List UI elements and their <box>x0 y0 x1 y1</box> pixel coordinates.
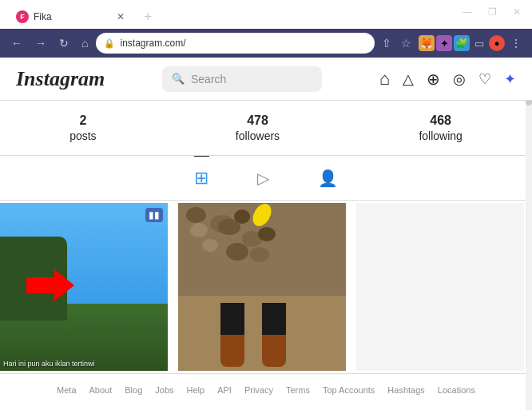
post-item-2[interactable] <box>178 203 346 371</box>
instagram-page: Instagram 🔍 ⌂ △ ⊕ ◎ ♡ ✦ 2 posts 478 foll… <box>0 58 532 410</box>
tab-tagged[interactable]: 👤 <box>318 156 339 200</box>
browser-tab[interactable]: F Fika ✕ <box>6 5 134 29</box>
reload-button[interactable]: ↻ <box>54 34 73 53</box>
share-button[interactable]: ⇧ <box>378 34 395 52</box>
ig-footer: Meta About Blog Jobs Help API Privacy Te… <box>0 373 532 406</box>
following-label: following <box>419 129 462 142</box>
search-input[interactable] <box>191 73 312 86</box>
ext-icon-1[interactable]: 🦊 <box>419 35 435 51</box>
close-window-button[interactable]: ✕ <box>508 5 526 19</box>
followers-label: followers <box>236 129 280 142</box>
footer-top-accounts[interactable]: Top Accounts <box>323 385 375 395</box>
following-stat[interactable]: 468 following <box>419 113 462 142</box>
posts-stat: 2 posts <box>69 113 96 142</box>
home-button[interactable]: ⌂ <box>77 34 93 53</box>
footer-api[interactable]: API <box>217 385 232 395</box>
red-arrow <box>26 269 74 301</box>
followers-stat[interactable]: 478 followers <box>236 113 280 142</box>
heart-nav-icon[interactable]: ♡ <box>478 70 491 88</box>
compass-nav-icon[interactable]: ◎ <box>453 70 466 88</box>
reels-icon: ▷ <box>257 169 270 188</box>
nav-action-buttons: ⇧ ☆ <box>378 34 415 52</box>
ig-nav-icons: ⌂ △ ⊕ ◎ ♡ ✦ <box>379 69 516 90</box>
create-nav-icon[interactable]: ⊕ <box>427 70 440 89</box>
posts-count: 2 <box>79 113 86 128</box>
title-bar: F Fika ✕ + — ❐ ✕ <box>0 0 532 29</box>
posts-grid: ▮▮ Hari ini pun aku iklan tertinwi <box>0 201 532 373</box>
new-tab-button[interactable]: + <box>137 9 159 26</box>
post-item-3 <box>356 203 524 371</box>
followers-count: 478 <box>247 113 268 128</box>
url-display: instagram.com/ <box>120 38 185 49</box>
search-bar[interactable]: 🔍 <box>162 66 322 92</box>
grid-icon: ⊞ <box>194 168 209 189</box>
window-controls: — ❐ ✕ <box>458 5 526 19</box>
explore-nav-icon[interactable]: △ <box>403 70 414 88</box>
ext-icon-2[interactable]: ✦ <box>436 35 452 51</box>
post-tabs: ⊞ ▷ 👤 <box>0 156 532 201</box>
lock-icon: 🔒 <box>104 38 115 49</box>
bookmark-button[interactable]: ☆ <box>397 34 415 52</box>
footer-privacy[interactable]: Privacy <box>244 385 273 395</box>
forward-button[interactable]: → <box>30 34 51 53</box>
footer-terms[interactable]: Terms <box>286 385 310 395</box>
posts-label: posts <box>69 129 96 142</box>
ext-icon-4[interactable]: ▭ <box>471 35 487 51</box>
footer-meta[interactable]: Meta <box>57 385 76 395</box>
scrollbar-track[interactable] <box>526 58 532 410</box>
instagram-logo: Instagram <box>16 67 105 91</box>
following-count: 468 <box>430 113 451 128</box>
footer-blog[interactable]: Blog <box>125 385 142 395</box>
restore-button[interactable]: ❐ <box>483 5 502 19</box>
tab-close-button[interactable]: ✕ <box>117 11 125 22</box>
browser-chrome: F Fika ✕ + — ❐ ✕ ← → ↻ ⌂ 🔒 instagram.com… <box>0 0 532 58</box>
footer-locations[interactable]: Locations <box>438 385 475 395</box>
tagged-icon: 👤 <box>318 169 339 188</box>
footer-jobs[interactable]: Jobs <box>155 385 173 395</box>
address-bar[interactable]: 🔒 instagram.com/ <box>96 33 375 54</box>
profile-nav-icon[interactable]: ✦ <box>504 70 516 88</box>
ext-icon-3[interactable]: 🧩 <box>454 35 470 51</box>
ext-icon-5[interactable]: ● <box>489 35 505 51</box>
menu-button[interactable]: ⋮ <box>506 34 526 52</box>
footer-about[interactable]: About <box>89 385 113 395</box>
stats-bar: 2 posts 478 followers 468 following <box>0 101 532 156</box>
post-1-caption: Hari ini pun aku iklan tertinwi <box>3 360 95 368</box>
footer-help[interactable]: Help <box>187 385 205 395</box>
tab-reels[interactable]: ▷ <box>257 156 270 200</box>
video-type-icon: ▮▮ <box>145 208 163 222</box>
nav-bar: ← → ↻ ⌂ 🔒 instagram.com/ ⇧ ☆ 🦊 ✦ 🧩 ▭ ● ⋮ <box>0 29 532 58</box>
tab-posts[interactable]: ⊞ <box>194 156 209 200</box>
back-button[interactable]: ← <box>6 34 27 53</box>
svg-marker-0 <box>26 269 74 301</box>
ig-header: Instagram 🔍 ⌂ △ ⊕ ◎ ♡ ✦ <box>0 58 532 101</box>
search-icon: 🔍 <box>172 73 185 85</box>
tab-favicon: F <box>16 10 29 23</box>
extension-icons: 🦊 ✦ 🧩 ▭ ● ⋮ <box>419 34 526 52</box>
tab-title: Fika <box>34 11 112 22</box>
post-item-1[interactable]: ▮▮ Hari ini pun aku iklan tertinwi <box>0 203 168 371</box>
minimize-button[interactable]: — <box>458 5 477 19</box>
home-nav-icon[interactable]: ⌂ <box>379 69 390 90</box>
footer-hashtags[interactable]: Hashtags <box>387 385 424 395</box>
